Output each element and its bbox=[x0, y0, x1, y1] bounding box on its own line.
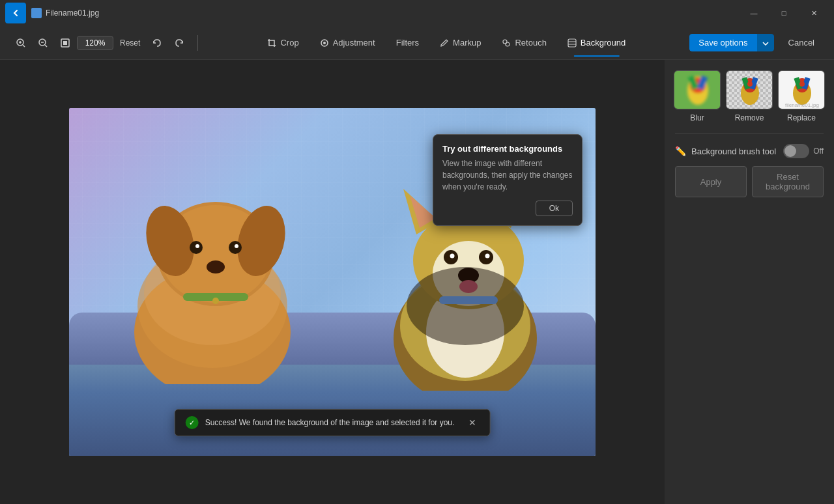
svg-point-59 bbox=[747, 81, 753, 87]
redo-button[interactable] bbox=[169, 34, 190, 52]
svg-text:filename01.jpg: filename01.jpg bbox=[785, 102, 819, 108]
redo-icon bbox=[174, 38, 184, 48]
retouch-icon bbox=[502, 38, 511, 48]
undo-button[interactable] bbox=[147, 34, 167, 52]
action-buttons: Apply Reset background bbox=[675, 166, 824, 197]
tooltip-text: View the image with different background… bbox=[442, 158, 573, 193]
svg-point-24 bbox=[235, 244, 238, 248]
filters-tool-button[interactable]: Filters bbox=[387, 34, 428, 51]
background-tool-button[interactable]: Background bbox=[558, 34, 635, 51]
zoom-out-button[interactable] bbox=[33, 34, 53, 52]
replace-thumb: filename01.jpg bbox=[778, 70, 825, 109]
replace-label: Replace bbox=[787, 113, 816, 122]
replace-option[interactable]: filename01.jpg Replace bbox=[778, 70, 825, 122]
back-icon bbox=[10, 8, 21, 18]
remove-label: Remove bbox=[735, 113, 764, 122]
zoom-in-icon bbox=[16, 38, 26, 48]
toolbar-left: Reset bbox=[10, 34, 190, 52]
retouch-tool-button[interactable]: Retouch bbox=[493, 34, 555, 51]
close-button[interactable]: ✕ bbox=[799, 0, 829, 26]
blur-thumb bbox=[674, 70, 721, 109]
right-panel: Blur bbox=[665, 60, 834, 504]
tooltip-ok-button[interactable]: Ok bbox=[536, 201, 573, 216]
tooltip-popup: Try out different backgrounds View the i… bbox=[433, 134, 582, 226]
svg-point-27 bbox=[212, 298, 219, 304]
svg-point-25 bbox=[207, 260, 225, 273]
titlebar: Filename01.jpg — □ ✕ bbox=[0, 0, 834, 26]
main-content: Try out different backgrounds View the i… bbox=[0, 60, 834, 504]
left-dog bbox=[108, 163, 317, 384]
adjustment-tool-button[interactable]: Adjustment bbox=[311, 34, 384, 51]
svg-rect-13 bbox=[568, 39, 576, 47]
window-title: Filename01.jpg bbox=[46, 8, 739, 18]
svg-point-40 bbox=[485, 254, 490, 259]
toolbar-divider bbox=[197, 35, 198, 51]
save-dropdown-button[interactable] bbox=[757, 34, 774, 51]
chevron-down-icon bbox=[762, 42, 769, 46]
svg-point-43 bbox=[407, 267, 524, 345]
brush-icon: ✏️ bbox=[675, 146, 686, 156]
zoom-out-icon bbox=[38, 38, 48, 48]
zoom-level-input[interactable] bbox=[77, 36, 113, 50]
crop-icon bbox=[267, 38, 276, 48]
toolbar-right: Save options Cancel bbox=[689, 34, 824, 51]
svg-line-3 bbox=[23, 45, 25, 47]
success-icon: ✓ bbox=[186, 416, 199, 429]
canvas-area[interactable]: Try out different backgrounds View the i… bbox=[0, 60, 665, 504]
background-icon bbox=[568, 38, 577, 48]
brush-toggle[interactable] bbox=[783, 144, 809, 158]
toggle-knob bbox=[784, 145, 796, 157]
svg-point-23 bbox=[195, 244, 199, 248]
minimize-button[interactable]: — bbox=[739, 0, 769, 26]
crop-tool-button[interactable]: Crop bbox=[258, 34, 308, 51]
apply-button[interactable]: Apply bbox=[675, 166, 747, 197]
blur-option[interactable]: Blur bbox=[674, 70, 721, 122]
reset-label: Reset bbox=[120, 38, 140, 48]
markup-label: Markup bbox=[453, 38, 481, 48]
adjustment-icon bbox=[320, 38, 329, 48]
svg-point-10 bbox=[323, 42, 326, 44]
toolbar-center: Crop Adjustment Filters Markup Retouch bbox=[206, 34, 687, 51]
success-toast: ✓ Success! We found the background of th… bbox=[175, 409, 491, 436]
tooltip-title: Try out different backgrounds bbox=[442, 144, 573, 154]
back-button[interactable] bbox=[5, 3, 26, 23]
toggle-group: Off bbox=[783, 144, 824, 158]
cancel-label: Cancel bbox=[788, 38, 814, 48]
cancel-button[interactable]: Cancel bbox=[779, 34, 824, 51]
window-controls: — □ ✕ bbox=[739, 0, 829, 26]
fit-button[interactable] bbox=[55, 34, 76, 52]
reset-background-button[interactable]: Reset background bbox=[752, 166, 824, 197]
background-options: Blur bbox=[675, 70, 824, 122]
toolbar: Reset Crop bbox=[0, 26, 834, 60]
markup-tool-button[interactable]: Markup bbox=[431, 34, 490, 51]
filters-label: Filters bbox=[396, 38, 419, 48]
file-icon bbox=[31, 8, 42, 18]
undo-icon bbox=[152, 38, 162, 48]
panel-divider bbox=[675, 133, 824, 133]
success-message: Success! We found the background of the … bbox=[205, 418, 455, 427]
brush-tool-row: ✏️ Background brush tool Off bbox=[675, 144, 824, 158]
fit-icon bbox=[60, 38, 70, 48]
svg-point-65 bbox=[799, 81, 805, 87]
blur-label: Blur bbox=[690, 113, 704, 122]
svg-line-6 bbox=[45, 45, 47, 47]
zoom-in-button[interactable] bbox=[10, 34, 31, 52]
reset-button[interactable]: Reset bbox=[115, 35, 145, 51]
save-options-button[interactable]: Save options bbox=[689, 34, 756, 51]
remove-thumb-image bbox=[726, 71, 773, 109]
svg-point-39 bbox=[450, 254, 455, 259]
toast-close-button[interactable]: ✕ bbox=[466, 416, 479, 429]
remove-option[interactable]: Remove bbox=[726, 70, 773, 122]
toggle-state-label: Off bbox=[813, 147, 824, 156]
maximize-button[interactable]: □ bbox=[769, 0, 799, 26]
background-label: Background bbox=[581, 38, 626, 48]
retouch-label: Retouch bbox=[515, 38, 546, 48]
svg-point-12 bbox=[506, 42, 510, 46]
remove-thumb bbox=[726, 70, 773, 109]
svg-rect-44 bbox=[439, 296, 498, 304]
replace-thumb-image: filename01.jpg bbox=[779, 71, 825, 109]
markup-icon bbox=[440, 38, 449, 48]
svg-rect-8 bbox=[63, 41, 67, 45]
save-options-label: Save options bbox=[698, 38, 747, 48]
brush-tool-label: Background brush tool bbox=[691, 147, 778, 156]
